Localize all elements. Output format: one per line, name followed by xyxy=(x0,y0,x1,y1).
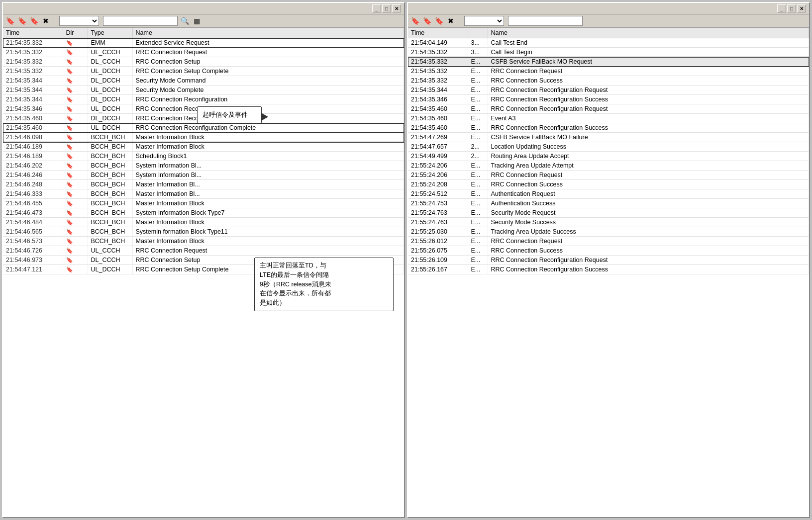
msg-dir: 🔖 xyxy=(63,218,88,227)
event-table-row[interactable]: 21:55:25.030E...Tracking Area Update Suc… xyxy=(408,227,809,237)
event-toolbar-sep xyxy=(459,16,459,26)
event-maximize-button[interactable]: □ xyxy=(787,4,796,12)
event-table-row[interactable]: 21:55:24.206E...Tracking Area Update Att… xyxy=(408,161,809,171)
event-table-row[interactable]: 21:55:26.167E...RRC Connection Reconfigu… xyxy=(408,265,809,274)
msg-dir: 🔖 xyxy=(63,76,88,86)
message-table-row[interactable]: 21:54:46.189🔖BCCH_BCHScheduling Block1 xyxy=(3,152,404,161)
message-table-row[interactable]: 21:54:35.332🔖EMMExtended Service Request xyxy=(3,38,404,48)
message-table-row[interactable]: 21:54:46.455🔖BCCH_BCHMaster Information … xyxy=(3,199,404,208)
event-toolbar-icon-2[interactable]: 🔖 xyxy=(422,16,432,26)
msg-type: BCCH_BCH xyxy=(88,171,132,180)
event-toolbar-icon-4[interactable]: ✖ xyxy=(446,16,456,26)
message-table-row[interactable]: 21:54:46.565🔖BCCH_BCHSystemin formation … xyxy=(3,227,404,237)
msg-dir: 🔖 xyxy=(63,142,88,152)
event-table-row[interactable]: 21:55:24.763E...Security Mode Success xyxy=(408,218,809,227)
col-header-name: Name xyxy=(132,28,404,38)
event-table-row[interactable]: 21:55:24.753E...Authentication Success xyxy=(408,199,809,208)
message-table-row[interactable]: 21:54:46.333🔖BCCH_BCHMaster Information … xyxy=(3,189,404,199)
close-button[interactable]: ✕ xyxy=(392,4,401,12)
toolbar-icon-1[interactable]: 🔖 xyxy=(5,16,15,26)
event-table-row[interactable]: 21:54:47.269E...CSFB Service FallBack MO… xyxy=(408,133,809,142)
msg-type: DL_DCCH xyxy=(88,76,132,86)
msg-name: RRC Connection Reconfiguration Complete xyxy=(132,123,404,133)
evt-name: RRC Connection Success xyxy=(488,76,809,86)
msg-name: Master Information Block xyxy=(132,218,404,227)
message-table-row[interactable]: 21:54:46.248🔖BCCH_BCHMaster Information … xyxy=(3,180,404,189)
msg-type: DL_CCCH xyxy=(88,256,132,265)
msg-time: 21:54:35.344 xyxy=(3,86,63,95)
event-minimize-button[interactable]: _ xyxy=(777,4,786,12)
event-table-row[interactable]: 21:54:35.332E...CSFB Service FallBack MO… xyxy=(408,57,809,67)
maximize-button[interactable]: □ xyxy=(382,4,391,12)
evt-num: E... xyxy=(468,256,488,265)
message-table-row[interactable]: 21:54:35.344🔖UL_DCCHSecurity Mode Comple… xyxy=(3,86,404,95)
message-table-row[interactable]: 21:54:35.332🔖UL_CCCHRRC Connection Reque… xyxy=(3,48,404,57)
msg-name: Master Information Block xyxy=(132,199,404,208)
evt-time: 21:55:25.030 xyxy=(408,227,468,237)
message-table-row[interactable]: 21:54:46.098🔖BCCH_BCHMaster Information … xyxy=(3,133,404,142)
message-table-row[interactable]: 21:54:46.246🔖BCCH_BCHSystem Information … xyxy=(3,171,404,180)
message-table-row[interactable]: 21:54:46.189🔖BCCH_BCHMaster Information … xyxy=(3,142,404,152)
event-table-row[interactable]: 21:54:47.6572...Location Updating Succes… xyxy=(408,142,809,152)
message-table-row[interactable]: 21:54:46.484🔖BCCH_BCHMaster Information … xyxy=(3,218,404,227)
event-table-row[interactable]: 21:54:35.332E...RRC Connection Request xyxy=(408,67,809,76)
message-table-row[interactable]: 21:54:35.344🔖DL_DCCHRRC Connection Recon… xyxy=(3,95,404,104)
evt-time: 21:54:49.499 xyxy=(408,152,468,161)
evt-name: Call Test End xyxy=(488,38,809,48)
message-table-row[interactable]: 21:54:35.460🔖UL_DCCHRRC Connection Recon… xyxy=(3,123,404,133)
msg-name: System Information Block Type7 xyxy=(132,208,404,218)
event-table-row[interactable]: 21:54:49.4992...Routing Area Update Acce… xyxy=(408,152,809,161)
event-table-row[interactable]: 21:55:26.075E...RRC Connection Success xyxy=(408,246,809,256)
event-table-row[interactable]: 21:55:24.763E...Security Mode Request xyxy=(408,208,809,218)
event-table-row[interactable]: 21:54:35.460E...RRC Connection Reconfigu… xyxy=(408,123,809,133)
event-table-row[interactable]: 21:55:24.206E...RRC Connection Request xyxy=(408,171,809,180)
event-toolbar-icon-3[interactable]: 🔖 xyxy=(434,16,444,26)
msg-dir: 🔖 xyxy=(63,114,88,123)
event-toolbar-icon-1[interactable]: 🔖 xyxy=(410,16,420,26)
event-table-row[interactable]: 21:54:35.346E...RRC Connection Reconfigu… xyxy=(408,95,809,104)
event-table-row[interactable]: 21:55:24.512E...Authentication Request xyxy=(408,189,809,199)
event-table-row[interactable]: 21:54:35.3323...Call Test Begin xyxy=(408,48,809,57)
event-table-row[interactable]: 21:55:26.109E...RRC Connection Reconfigu… xyxy=(408,256,809,265)
event-col-header-time: Time xyxy=(408,28,468,38)
toolbar-icon-2[interactable]: 🔖 xyxy=(17,16,27,26)
message-table-row[interactable]: 21:54:46.473🔖BCCH_BCHSystem Information … xyxy=(3,208,404,218)
search-input-left[interactable] xyxy=(103,16,178,26)
event-table-row[interactable]: 21:54:04.1493...Call Test End xyxy=(408,38,809,48)
evt-num: E... xyxy=(468,218,488,227)
minimize-button[interactable]: _ xyxy=(372,4,381,12)
evt-num: 3... xyxy=(468,48,488,57)
evt-time: 21:54:47.269 xyxy=(408,133,468,142)
search-icon[interactable]: 🔍 xyxy=(180,16,190,26)
evt-time: 21:55:24.206 xyxy=(408,161,468,171)
event-table-row[interactable]: 21:54:35.460E...RRC Connection Reconfigu… xyxy=(408,104,809,114)
message-table-row[interactable]: 21:54:46.573🔖BCCH_BCHMaster Information … xyxy=(3,237,404,246)
toolbar-icon-3[interactable]: 🔖 xyxy=(29,16,39,26)
toolbar-icon-4[interactable]: ✖ xyxy=(41,16,51,26)
search-select-left[interactable] xyxy=(59,16,99,26)
msg-time: 21:54:46.189 xyxy=(3,152,63,161)
evt-num: E... xyxy=(468,199,488,208)
event-table-row[interactable]: 21:54:35.332E...RRC Connection Success xyxy=(408,76,809,86)
evt-name: Call Test Begin xyxy=(488,48,809,57)
message-table-row[interactable]: 21:54:35.344🔖DL_DCCHSecurity Mode Comman… xyxy=(3,76,404,86)
msg-type: UL_CCCH xyxy=(88,246,132,256)
evt-time: 21:54:35.460 xyxy=(408,114,468,123)
event-table-row[interactable]: 21:55:26.012E...RRC Connection Request xyxy=(408,237,809,246)
event-table-row[interactable]: 21:54:35.344E...RRC Connection Reconfigu… xyxy=(408,86,809,95)
event-search-select[interactable] xyxy=(464,16,504,26)
msg-type: BCCH_BCH xyxy=(88,218,132,227)
message-table-row[interactable]: 21:54:35.332🔖UL_DCCHRRC Connection Setup… xyxy=(3,67,404,76)
evt-name: RRC Connection Request xyxy=(488,237,809,246)
event-table-row[interactable]: 21:54:35.460E...Event A3 xyxy=(408,114,809,123)
event-close-button[interactable]: ✕ xyxy=(797,4,806,12)
msg-dir: 🔖 xyxy=(63,161,88,171)
event-search-input[interactable] xyxy=(508,16,583,26)
evt-name: RRC Connection Success xyxy=(488,180,809,189)
message-table-row[interactable]: 21:54:46.202🔖BCCH_BCHSystem Information … xyxy=(3,161,404,171)
msg-dir: 🔖 xyxy=(63,152,88,161)
message-table-row[interactable]: 21:54:35.332🔖DL_CCCHRRC Connection Setup xyxy=(3,57,404,67)
event-table-row[interactable]: 21:55:24.208E...RRC Connection Success xyxy=(408,180,809,189)
message-table-row[interactable]: 21:54:46.726🔖UL_CCCHRRC Connection Reque… xyxy=(3,246,404,256)
grid-icon[interactable]: ▦ xyxy=(192,16,202,26)
